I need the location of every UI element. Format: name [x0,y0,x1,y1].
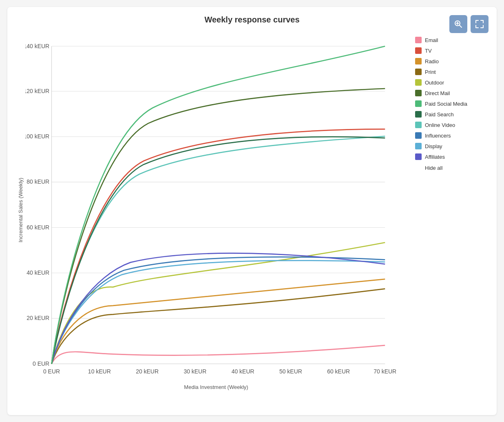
legend-label-online-video: Online Video [425,122,455,128]
chart-inner: .grid-line { stroke: #e0e0e0; stroke-wid… [25,29,407,388]
legend-swatch-email [415,37,422,43]
legend-swatch-radio [415,58,422,64]
legend-label-influencers: Influencers [425,133,451,139]
legend-label-outdoor: Outdoor [425,80,444,86]
svg-text:140 kEUR: 140 kEUR [25,43,49,49]
hide-all-button[interactable]: Hide all [415,165,489,171]
legend-item-tv[interactable]: TV [415,47,489,54]
legend-label-tv: TV [425,48,432,54]
legend-item-print[interactable]: Print [415,69,489,75]
legend-item-online-video[interactable]: Online Video [415,122,489,128]
svg-text:40 kEUR: 40 kEUR [27,269,49,276]
svg-line-1 [460,25,462,28]
legend-label-email: Email [425,37,438,43]
svg-text:60 kEUR: 60 kEUR [27,224,49,231]
svg-text:120 kEUR: 120 kEUR [25,88,49,94]
toolbar [449,15,489,33]
svg-text:60 kEUR: 60 kEUR [327,368,350,375]
legend-item-paid-search[interactable]: Paid Search [415,111,489,118]
legend-swatch-tv [415,47,422,54]
svg-area: .grid-line { stroke: #e0e0e0; stroke-wid… [25,29,407,382]
svg-text:100 kEUR: 100 kEUR [25,133,49,140]
legend-swatch-print [415,69,422,75]
legend-label-paid-search: Paid Search [425,111,454,118]
svg-text:50 kEUR: 50 kEUR [279,368,302,375]
chart-area: Incremental Sales (Weekly) .grid-line { … [15,29,489,388]
legend-label-affiliates: Affiliates [425,154,445,160]
legend-item-direct-mail[interactable]: Direct Mail [415,90,489,96]
chart-container: Weekly response curves Incremental Sales… [7,7,497,415]
legend-swatch-online-video [415,122,422,128]
fullscreen-button[interactable] [471,15,489,33]
zoom-button[interactable] [449,15,467,33]
legend-label-paid-social-media: Paid Social Media [425,101,467,107]
legend-swatch-paid-search [415,111,422,118]
legend-swatch-paid-social-media [415,100,422,107]
legend-swatch-outdoor [415,79,422,86]
svg-text:20 kEUR: 20 kEUR [136,368,159,375]
legend: Email TV Radio Print Outdoor Direct Mail [407,29,489,388]
svg-text:80 kEUR: 80 kEUR [27,178,49,185]
legend-item-email[interactable]: Email [415,37,489,43]
legend-item-paid-social-media[interactable]: Paid Social Media [415,100,489,107]
svg-text:0 EUR: 0 EUR [43,368,60,375]
legend-swatch-influencers [415,132,422,139]
legend-item-affiliates[interactable]: Affiliates [415,153,489,160]
legend-item-display[interactable]: Display [415,143,489,149]
legend-item-influencers[interactable]: Influencers [415,132,489,139]
y-axis-label: Incremental Sales (Weekly) [15,33,25,388]
svg-text:20 kEUR: 20 kEUR [27,315,49,321]
legend-label-radio: Radio [425,58,439,64]
legend-item-radio[interactable]: Radio [415,58,489,64]
svg-text:0 EUR: 0 EUR [33,360,49,367]
x-axis-label: Media Investment (Weekly) [25,382,407,390]
legend-swatch-display [415,143,422,149]
chart-title: Weekly response curves [15,15,489,24]
legend-label-direct-mail: Direct Mail [425,90,450,96]
svg-text:30 kEUR: 30 kEUR [183,368,206,375]
legend-item-outdoor[interactable]: Outdoor [415,79,489,86]
legend-label-print: Print [425,69,436,75]
legend-label-display: Display [425,143,442,149]
chart-svg: .grid-line { stroke: #e0e0e0; stroke-wid… [25,29,407,382]
legend-swatch-affiliates [415,153,422,160]
legend-swatch-direct-mail [415,90,422,96]
svg-text:10 kEUR: 10 kEUR [88,368,111,375]
svg-text:40 kEUR: 40 kEUR [232,368,254,375]
svg-text:70 kEUR: 70 kEUR [374,368,396,375]
